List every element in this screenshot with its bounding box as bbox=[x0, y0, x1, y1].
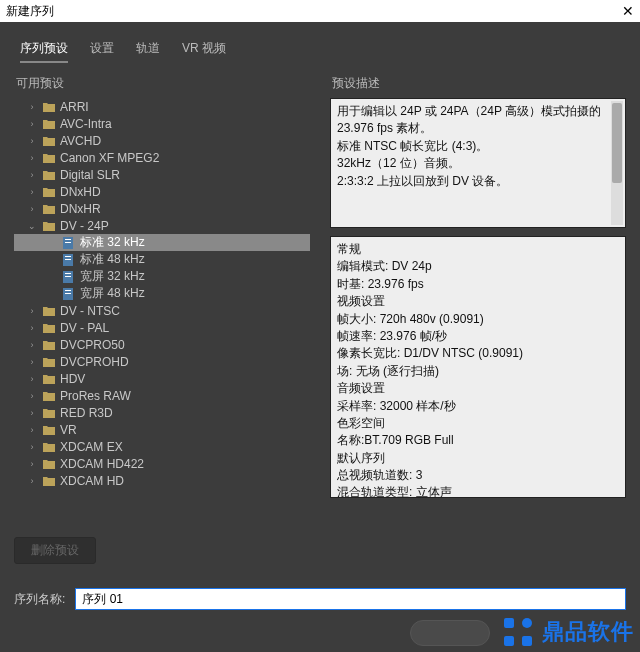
tree-item-label: XDCAM HD bbox=[60, 474, 124, 488]
folder-icon bbox=[42, 373, 56, 385]
folder-icon bbox=[42, 169, 56, 181]
tree-folder-item[interactable]: ›VR bbox=[14, 421, 310, 438]
tree-folder-item[interactable]: ›ProRes RAW bbox=[14, 387, 310, 404]
chevron-right-icon[interactable]: › bbox=[26, 391, 38, 401]
chevron-right-icon[interactable]: › bbox=[26, 357, 38, 367]
tree-folder-item[interactable]: ›DNxHR bbox=[14, 200, 310, 217]
tab-tracks[interactable]: 轨道 bbox=[136, 40, 160, 63]
svg-rect-15 bbox=[522, 636, 532, 646]
tree-folder-item[interactable]: ›XDCAM EX bbox=[14, 438, 310, 455]
tree-item-label: DV - 24P bbox=[60, 219, 109, 233]
watermark-text: 鼎品软件 bbox=[542, 617, 634, 647]
desc-line: 32kHz（12 位）音频。 bbox=[337, 155, 619, 172]
folder-icon bbox=[42, 135, 56, 147]
description-title: 预设描述 bbox=[330, 75, 626, 92]
folder-icon bbox=[42, 220, 56, 232]
preset-icon bbox=[62, 288, 76, 300]
tree-preset-item[interactable]: 标准 48 kHz bbox=[14, 251, 310, 268]
tree-folder-item[interactable]: ›DV - PAL bbox=[14, 319, 310, 336]
chevron-right-icon[interactable]: › bbox=[26, 442, 38, 452]
tree-item-label: 标准 48 kHz bbox=[80, 251, 145, 268]
tree-folder-item[interactable]: ›RED R3D bbox=[14, 404, 310, 421]
folder-icon bbox=[42, 441, 56, 453]
desc-line: 2:3:3:2 上拉以回放到 DV 设备。 bbox=[337, 173, 619, 190]
watermark-icon bbox=[500, 614, 536, 650]
folder-icon bbox=[42, 203, 56, 215]
chevron-right-icon[interactable]: › bbox=[26, 459, 38, 469]
close-icon[interactable]: ✕ bbox=[622, 3, 634, 19]
tree-item-label: XDCAM EX bbox=[60, 440, 123, 454]
desc-line: 标准 NTSC 帧长宽比 (4:3)。 bbox=[337, 138, 619, 155]
tree-folder-item[interactable]: ⌄DV - 24P bbox=[14, 217, 310, 234]
chevron-right-icon[interactable]: › bbox=[26, 408, 38, 418]
tree-folder-item[interactable]: ›Digital SLR bbox=[14, 166, 310, 183]
tree-folder-item[interactable]: ›AVCHD bbox=[14, 132, 310, 149]
scrollbar[interactable] bbox=[611, 101, 623, 225]
tree-item-label: AVC-Intra bbox=[60, 117, 112, 131]
chevron-right-icon[interactable]: › bbox=[26, 323, 38, 333]
folder-icon bbox=[42, 407, 56, 419]
chevron-right-icon[interactable]: › bbox=[26, 374, 38, 384]
folder-icon bbox=[42, 322, 56, 334]
tree-folder-item[interactable]: ›XDCAM HD bbox=[14, 472, 310, 489]
tree-item-label: 标准 32 kHz bbox=[80, 234, 145, 251]
folder-icon bbox=[42, 152, 56, 164]
tree-folder-item[interactable]: ›HDV bbox=[14, 370, 310, 387]
bottom-button[interactable] bbox=[410, 620, 490, 646]
tree-preset-item[interactable]: 宽屏 48 kHz bbox=[14, 285, 310, 302]
chevron-right-icon[interactable]: › bbox=[26, 187, 38, 197]
detail-line: 采样率: 32000 样本/秒 bbox=[337, 398, 619, 415]
chevron-right-icon[interactable]: › bbox=[26, 340, 38, 350]
watermark: 鼎品软件 bbox=[500, 614, 634, 650]
svg-rect-4 bbox=[65, 256, 71, 257]
detail-line: 常规 bbox=[337, 241, 619, 258]
chevron-right-icon[interactable]: › bbox=[26, 306, 38, 316]
tree-folder-item[interactable]: ›DVCPRO50 bbox=[14, 336, 310, 353]
tree-folder-item[interactable]: ›ARRI bbox=[14, 98, 310, 115]
preset-icon bbox=[62, 237, 76, 249]
detail-line: 色彩空间 bbox=[337, 415, 619, 432]
sequence-name-input[interactable] bbox=[75, 588, 626, 610]
tree-preset-item[interactable]: 宽屏 32 kHz bbox=[14, 268, 310, 285]
tree-item-label: RED R3D bbox=[60, 406, 113, 420]
tree-folder-item[interactable]: ›XDCAM HD422 bbox=[14, 455, 310, 472]
tab-presets[interactable]: 序列预设 bbox=[20, 40, 68, 63]
chevron-right-icon[interactable]: › bbox=[26, 102, 38, 112]
svg-rect-13 bbox=[522, 618, 532, 628]
tree-item-label: Digital SLR bbox=[60, 168, 120, 182]
tree-item-label: Canon XF MPEG2 bbox=[60, 151, 159, 165]
chevron-right-icon[interactable]: › bbox=[26, 476, 38, 486]
tree-item-label: AVCHD bbox=[60, 134, 101, 148]
chevron-right-icon[interactable]: › bbox=[26, 170, 38, 180]
tree-item-label: DV - NTSC bbox=[60, 304, 120, 318]
tree-folder-item[interactable]: ›DVCPROHD bbox=[14, 353, 310, 370]
tree-item-label: DVCPRO50 bbox=[60, 338, 125, 352]
tab-vr[interactable]: VR 视频 bbox=[182, 40, 226, 63]
tab-settings[interactable]: 设置 bbox=[90, 40, 114, 63]
detail-line: 默认序列 bbox=[337, 450, 619, 467]
preset-description: 用于编辑以 24P 或 24PA（24P 高级）模式拍摄的 23.976 fps… bbox=[330, 98, 626, 228]
tree-folder-item[interactable]: ›DNxHD bbox=[14, 183, 310, 200]
detail-line: 编辑模式: DV 24p bbox=[337, 258, 619, 275]
chevron-right-icon[interactable]: › bbox=[26, 204, 38, 214]
tree-preset-item[interactable]: 标准 32 kHz bbox=[14, 234, 310, 251]
folder-icon bbox=[42, 356, 56, 368]
tree-folder-item[interactable]: ›DV - NTSC bbox=[14, 302, 310, 319]
detail-line: 视频设置 bbox=[337, 293, 619, 310]
chevron-down-icon[interactable]: ⌄ bbox=[26, 221, 38, 231]
tree-item-label: DNxHR bbox=[60, 202, 101, 216]
detail-line: 音频设置 bbox=[337, 380, 619, 397]
chevron-right-icon[interactable]: › bbox=[26, 136, 38, 146]
preset-tree[interactable]: ›ARRI›AVC-Intra›AVCHD›Canon XF MPEG2›Dig… bbox=[14, 98, 310, 498]
tree-folder-item[interactable]: ›AVC-Intra bbox=[14, 115, 310, 132]
tree-item-label: DV - PAL bbox=[60, 321, 109, 335]
tree-folder-item[interactable]: ›Canon XF MPEG2 bbox=[14, 149, 310, 166]
svg-rect-5 bbox=[65, 259, 71, 260]
tab-bar: 序列预设 设置 轨道 VR 视频 bbox=[14, 32, 626, 75]
tree-item-label: DVCPROHD bbox=[60, 355, 129, 369]
dialog-body: 序列预设 设置 轨道 VR 视频 可用预设 ›ARRI›AVC-Intra›AV… bbox=[0, 22, 640, 652]
chevron-right-icon[interactable]: › bbox=[26, 425, 38, 435]
tree-item-label: ARRI bbox=[60, 100, 89, 114]
chevron-right-icon[interactable]: › bbox=[26, 153, 38, 163]
chevron-right-icon[interactable]: › bbox=[26, 119, 38, 129]
